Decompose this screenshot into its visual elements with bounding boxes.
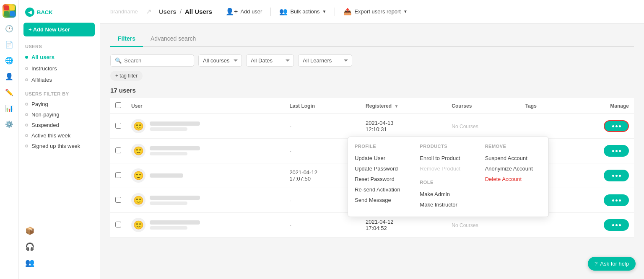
filter-suspended[interactable]: Suspended: [18, 120, 100, 130]
row-user-cell: 🙂: [126, 114, 284, 139]
table-header: User Last Login Registered ▼ Courses Tag…: [110, 98, 634, 114]
update-user-item[interactable]: Update User: [355, 153, 411, 163]
dates-filter-select[interactable]: All Dates Last 7 days Last 30 days: [246, 54, 294, 67]
remove-product-item[interactable]: Remove Product: [420, 163, 476, 174]
enroll-product-item[interactable]: Enroll to Product: [420, 153, 476, 163]
suspended-label: Suspended: [31, 122, 59, 128]
tag-filter-label: + tag filter: [115, 73, 138, 79]
user-email-blurred: [150, 226, 187, 230]
row-checkbox[interactable]: [115, 197, 121, 203]
tab-filters[interactable]: Filters: [110, 32, 143, 47]
sidebar-item-affiliates[interactable]: Affiliates: [18, 74, 100, 85]
edit-icon[interactable]: ✏️: [3, 85, 16, 99]
sidebar-item-instructors[interactable]: Instructors: [18, 63, 100, 74]
user-name-blurred: [150, 121, 200, 126]
ask-help-label: Ask for help: [600, 261, 629, 267]
bulk-actions-button[interactable]: 👥 Bulk actions ▼: [279, 8, 326, 16]
manage-button[interactable]: [604, 120, 629, 132]
team-icon[interactable]: 👥: [18, 255, 100, 271]
manage-button[interactable]: [604, 170, 629, 181]
select-all-checkbox[interactable]: [115, 102, 121, 108]
make-admin-item[interactable]: Make Admin: [420, 189, 476, 199]
instructors-dot: [25, 67, 28, 70]
instructors-label: Instructors: [31, 65, 57, 72]
back-label: BACK: [37, 9, 53, 16]
settings-icon[interactable]: ⚙️: [3, 117, 16, 131]
row-user-cell: 🙂: [126, 163, 284, 188]
row-checkbox[interactable]: [115, 172, 121, 178]
export-button[interactable]: 📤 Export users report ▼: [343, 8, 407, 16]
row-user-cell: 🙂: [126, 213, 284, 238]
courses-filter-select[interactable]: All courses Course 1 Course 2: [198, 54, 242, 67]
filter-non-paying[interactable]: Non-paying: [18, 109, 100, 120]
table-row: 🙂 - 2021-04-13 12:10:31 No Courses: [110, 114, 634, 139]
manage-button[interactable]: [604, 145, 629, 157]
support-icon[interactable]: 🎧: [18, 239, 100, 255]
row-checkbox-cell: [110, 114, 126, 139]
ask-for-help-button[interactable]: ? Ask for help: [588, 257, 636, 271]
filter-signed-up[interactable]: Signed up this week: [18, 141, 100, 151]
dropdown-profile-col: PROFILE Update User Update Password Rese…: [355, 144, 411, 210]
breadcrumb-parent[interactable]: Users: [159, 8, 177, 15]
search-icon: 🔍: [115, 57, 122, 64]
row-checkbox[interactable]: [115, 147, 121, 153]
manage-button[interactable]: [604, 194, 629, 206]
search-input[interactable]: [124, 57, 190, 64]
delete-account-item[interactable]: Delete Account: [485, 174, 542, 184]
user-avatar: 🙂: [131, 168, 145, 183]
filters-row: 🔍 All courses Course 1 Course 2 All Date…: [110, 54, 634, 67]
resend-activation-item[interactable]: Re-send Activation: [355, 184, 411, 195]
tab-advanced-search[interactable]: Advanced search: [143, 32, 203, 47]
row-user-cell: 🙂: [126, 188, 284, 213]
reset-password-item[interactable]: Reset Password: [355, 174, 411, 184]
breadcrumb-separator: /: [180, 8, 183, 15]
back-button[interactable]: ◀ BACK: [18, 5, 100, 21]
app-logo[interactable]: [3, 4, 16, 18]
user-name-blurred: [150, 220, 200, 225]
suspend-account-item[interactable]: Suspend Account: [485, 153, 542, 163]
row-last-login-cell: -: [284, 114, 361, 139]
user-avatar: 🙂: [131, 144, 145, 158]
search-box: 🔍: [110, 54, 194, 67]
tag-filter-button[interactable]: + tag filter: [110, 71, 143, 81]
add-user-button[interactable]: 👤+ Add user: [226, 8, 262, 16]
registered-col-header[interactable]: Registered ▼: [361, 98, 447, 114]
dot1: [612, 224, 614, 226]
filter-paying[interactable]: Paying: [18, 99, 100, 109]
row-manage-cell: [563, 114, 634, 139]
role-col-label: ROLE: [420, 180, 476, 185]
manage-dropdown-menu: PROFILE Update User Update Password Rese…: [348, 137, 549, 217]
user-col-header: User: [126, 98, 284, 114]
document-icon[interactable]: 📄: [3, 38, 16, 51]
make-instructor-item[interactable]: Make Instructor: [420, 199, 476, 210]
row-checkbox[interactable]: [115, 222, 121, 227]
time-icon[interactable]: 🕐: [3, 22, 16, 35]
users-section-label: USERS: [18, 42, 100, 52]
sidebar: ◀ BACK + Add New User USERS All users In…: [18, 0, 100, 279]
add-new-user-button[interactable]: + Add New User: [23, 23, 95, 36]
dot3: [619, 224, 621, 226]
paying-label: Paying: [31, 101, 48, 107]
back-circle-icon: ◀: [25, 8, 34, 17]
user-email-blurred: [150, 202, 187, 205]
filter-active-week[interactable]: Active this week: [18, 130, 100, 141]
filter-tabs: Filters Advanced search: [110, 32, 634, 47]
export-arrow-icon[interactable]: ↗: [143, 6, 155, 18]
anonymize-account-item[interactable]: Anonymize Account: [485, 163, 542, 174]
dropdown-remove-col: REMOVE Suspend Account Anonymize Account…: [485, 144, 542, 210]
dot2: [615, 150, 618, 152]
chart-icon[interactable]: 📊: [3, 101, 16, 115]
sidebar-item-all-users[interactable]: All users: [18, 52, 100, 63]
row-checkbox-cell: [110, 188, 126, 213]
row-tags-cell: [520, 114, 564, 139]
send-message-item[interactable]: Send Message: [355, 195, 411, 205]
update-password-item[interactable]: Update Password: [355, 163, 411, 174]
globe-icon[interactable]: 🌐: [3, 54, 16, 67]
learners-filter-select[interactable]: All Learners Learners only Instructors o…: [298, 54, 352, 67]
package-icon[interactable]: 📦: [18, 223, 100, 239]
row-checkbox[interactable]: [115, 123, 121, 129]
manage-button[interactable]: [604, 219, 629, 231]
users-icon[interactable]: 👤: [3, 70, 16, 83]
row-user-cell: 🙂: [126, 139, 284, 163]
all-users-dot: [25, 56, 28, 59]
